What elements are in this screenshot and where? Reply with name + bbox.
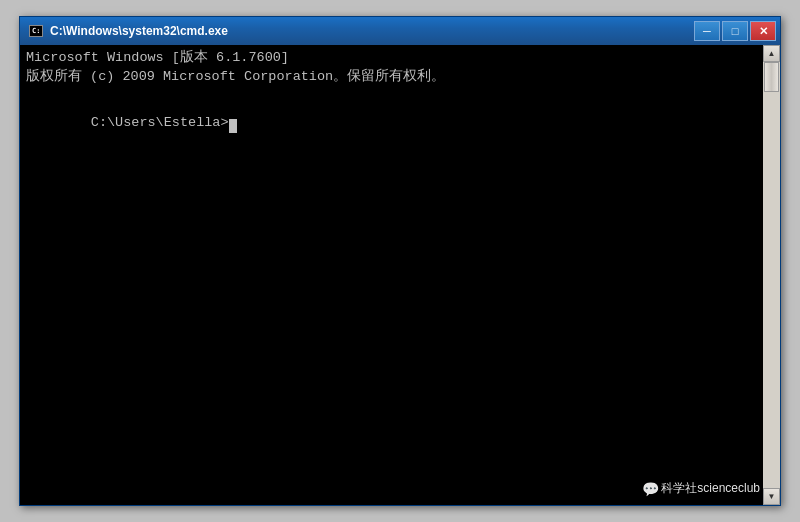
cursor — [229, 119, 237, 133]
watermark-text: 科学社scienceclub — [661, 480, 760, 497]
scroll-track[interactable] — [763, 62, 780, 488]
cmd-body[interactable]: Microsoft Windows [版本 6.1.7600] 版权所有 (c)… — [20, 45, 780, 505]
window-title: C:\Windows\system32\cmd.exe — [50, 24, 228, 38]
cmd-prompt: C:\Users\Estella> — [91, 115, 229, 130]
maximize-button[interactable]: □ — [722, 21, 748, 41]
scrollbar: ▲ ▼ — [763, 45, 780, 505]
scroll-up-button[interactable]: ▲ — [763, 45, 780, 62]
cmd-icon — [28, 23, 44, 39]
watermark: 💬 科学社scienceclub — [642, 480, 760, 497]
cmd-prompt-line: C:\Users\Estella> — [26, 95, 757, 152]
close-button[interactable]: ✕ — [750, 21, 776, 41]
cmd-line-1: Microsoft Windows [版本 6.1.7600] — [26, 49, 757, 68]
title-bar-left: C:\Windows\system32\cmd.exe — [28, 23, 228, 39]
cmd-window: C:\Windows\system32\cmd.exe ─ □ ✕ Micros… — [19, 16, 781, 506]
title-buttons: ─ □ ✕ — [694, 21, 776, 41]
cmd-line-2: 版权所有 (c) 2009 Microsoft Corporation。保留所有… — [26, 68, 757, 87]
minimize-button[interactable]: ─ — [694, 21, 720, 41]
cmd-content[interactable]: Microsoft Windows [版本 6.1.7600] 版权所有 (c)… — [20, 45, 763, 505]
watermark-icon: 💬 — [642, 481, 659, 497]
scroll-thumb[interactable] — [764, 62, 779, 92]
title-bar: C:\Windows\system32\cmd.exe ─ □ ✕ — [20, 17, 780, 45]
scroll-down-button[interactable]: ▼ — [763, 488, 780, 505]
